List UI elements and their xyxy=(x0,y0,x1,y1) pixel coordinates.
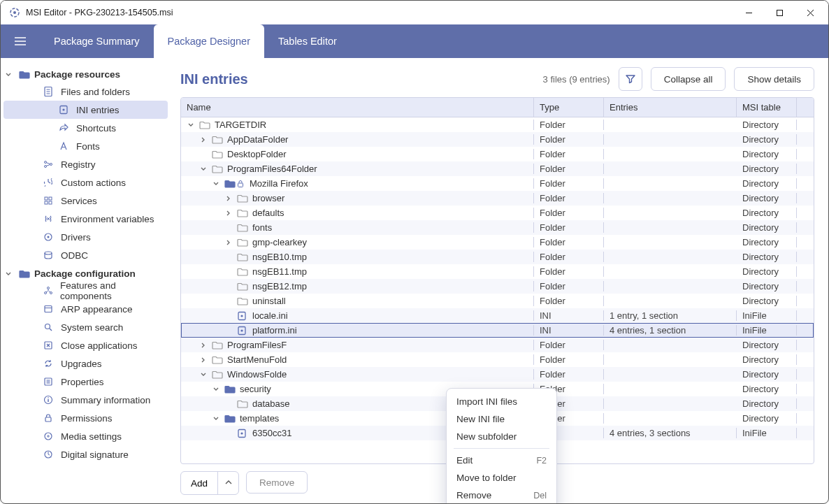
sidebar-item[interactable]: Shortcuts xyxy=(3,119,168,137)
sidebar-item[interactable]: Close applications xyxy=(3,336,168,354)
sidebar-item[interactable]: ODBC xyxy=(3,246,168,264)
sidebar-item[interactable]: Summary information xyxy=(3,391,168,409)
sidebar-item[interactable]: ARP appearance xyxy=(3,300,168,318)
sidebar-item-label: Shortcuts xyxy=(76,123,116,134)
col-name[interactable]: Name xyxy=(181,98,534,117)
close-button[interactable] xyxy=(795,2,826,23)
svg-rect-31 xyxy=(45,306,52,312)
sidebar-item[interactable]: Environment variables xyxy=(3,210,168,228)
sidebar-group-header[interactable]: Package resources xyxy=(3,66,168,82)
expand-icon[interactable] xyxy=(199,371,208,378)
svg-point-49 xyxy=(51,457,52,458)
sidebar-item[interactable]: Services xyxy=(3,192,168,210)
svg-point-1 xyxy=(13,11,16,14)
col-type[interactable]: Type xyxy=(534,98,604,117)
row-msi: Directory xyxy=(737,398,797,409)
row-msi: Directory xyxy=(737,281,797,291)
sidebar-item[interactable]: Custom actions xyxy=(3,173,168,192)
sidebar-item[interactable]: Registry xyxy=(3,155,168,173)
expand-icon[interactable] xyxy=(212,180,220,187)
expand-icon[interactable] xyxy=(224,239,233,246)
sidebar-item[interactable]: Features and components xyxy=(3,282,168,300)
sidebar-item[interactable]: INI entries xyxy=(3,101,168,119)
sidebar-item-icon xyxy=(43,359,54,368)
context-menu-item[interactable]: New INI file xyxy=(447,410,556,428)
row-name: fonts xyxy=(252,222,272,233)
svg-rect-22 xyxy=(49,201,52,204)
sidebar-item[interactable]: Upgrades xyxy=(3,354,168,373)
expand-icon[interactable] xyxy=(199,342,208,349)
sidebar-item[interactable]: Files and folders xyxy=(3,82,168,101)
table-row[interactable]: platform.iniINI4 entries, 1 sectionIniFi… xyxy=(181,323,814,338)
table-row[interactable]: nsgEB11.tmpFolderDirectory xyxy=(181,264,814,279)
table-row[interactable]: DesktopFolderFolderDirectory xyxy=(181,147,814,161)
context-menu-item[interactable]: Import INI files xyxy=(447,393,556,410)
table-row[interactable]: gmp-clearkeyFolderDirectory xyxy=(181,235,814,250)
add-button[interactable]: Add xyxy=(181,472,217,494)
table-row[interactable]: uninstallFolderDirectory xyxy=(181,294,814,308)
table-row[interactable]: ProgramFiles64FolderFolderDirectory xyxy=(181,161,814,176)
table-row[interactable]: ProgramFilesFFolderDirectory xyxy=(181,338,814,352)
add-button-chevron[interactable] xyxy=(217,472,238,494)
expand-icon[interactable] xyxy=(212,386,220,393)
context-menu-item[interactable]: Move to folder xyxy=(447,469,556,487)
expand-icon[interactable] xyxy=(187,122,195,129)
context-menu-item[interactable]: RemoveDel xyxy=(447,487,556,504)
tab-package-summary[interactable]: Package Summary xyxy=(40,24,154,58)
row-name: gmp-clearkey xyxy=(252,237,307,247)
minimize-button[interactable] xyxy=(733,2,764,23)
table-row[interactable]: nsgEB10.tmpFolderDirectory xyxy=(181,250,814,264)
table-row[interactable]: StartMenuFoldFolderDirectory xyxy=(181,352,814,367)
sidebar-item[interactable]: Fonts xyxy=(3,137,168,155)
tab-package-designer[interactable]: Package Designer xyxy=(154,24,265,58)
row-entries: 4 entries, 1 section xyxy=(604,325,737,336)
row-name: locale.ini xyxy=(252,310,288,321)
window-title: MSI Editor - PKG-230213-154505.msi xyxy=(26,8,173,17)
row-name: browser xyxy=(252,193,284,203)
expand-icon[interactable] xyxy=(199,136,208,143)
table-row[interactable]: TARGETDIRFolderDirectory xyxy=(181,117,814,132)
row-type: Folder xyxy=(534,281,604,291)
context-menu-label: Remove xyxy=(456,490,491,501)
table-row[interactable]: WindowsFoldeFolderDirectory xyxy=(181,367,814,382)
context-menu-item[interactable]: New subfolder xyxy=(447,428,556,445)
col-entries[interactable]: Entries xyxy=(604,98,737,117)
sidebar-item-label: Files and folders xyxy=(61,87,130,97)
tab-tables-editor[interactable]: Tables Editor xyxy=(264,24,351,58)
menu-button[interactable] xyxy=(1,36,40,47)
lock-icon xyxy=(237,180,245,188)
table-row[interactable]: Mozilla FirefoxFolderDirectory xyxy=(181,176,814,191)
table-row[interactable]: locale.iniINI1 entry, 1 sectionIniFile xyxy=(181,308,814,323)
table-row[interactable]: browserFolderDirectory xyxy=(181,191,814,206)
folder-icon xyxy=(237,208,248,218)
expand-icon[interactable] xyxy=(199,357,208,363)
filter-button[interactable] xyxy=(619,67,642,91)
maximize-button[interactable] xyxy=(764,2,795,23)
add-split-button[interactable]: Add xyxy=(180,471,239,495)
context-menu-item[interactable]: EditF2 xyxy=(447,452,556,469)
sidebar-item[interactable]: Permissions xyxy=(3,409,168,427)
sidebar-item[interactable]: Drivers xyxy=(3,228,168,246)
show-details-button[interactable]: Show details xyxy=(734,67,814,91)
row-type: Folder xyxy=(534,237,604,247)
collapse-all-button[interactable]: Collapse all xyxy=(651,67,726,91)
expand-icon[interactable] xyxy=(224,195,233,202)
table-row[interactable]: fontsFolderDirectory xyxy=(181,220,814,235)
sidebar-item[interactable]: System search xyxy=(3,318,168,336)
col-msi[interactable]: MSI table xyxy=(737,98,797,117)
expand-icon[interactable] xyxy=(212,415,220,422)
context-menu-label: Move to folder xyxy=(456,473,517,483)
table-row[interactable]: defaultsFolderDirectory xyxy=(181,206,814,220)
sidebar-item[interactable]: Media settings xyxy=(3,427,168,445)
expand-icon[interactable] xyxy=(199,166,208,173)
sidebar-item[interactable]: Digital signature xyxy=(3,445,168,463)
ini-file-icon xyxy=(237,311,248,321)
sidebar-item[interactable]: Properties xyxy=(3,373,168,391)
expand-icon[interactable] xyxy=(224,210,233,217)
table-row[interactable]: nsgEB12.tmpFolderDirectory xyxy=(181,279,814,294)
row-type: Folder xyxy=(534,178,604,189)
sidebar-item-icon xyxy=(43,214,54,224)
sidebar-group-header[interactable]: Package configuration xyxy=(3,266,168,282)
remove-button[interactable]: Remove xyxy=(246,471,308,494)
table-row[interactable]: AppDataFolderFolderDirectory xyxy=(181,132,814,147)
